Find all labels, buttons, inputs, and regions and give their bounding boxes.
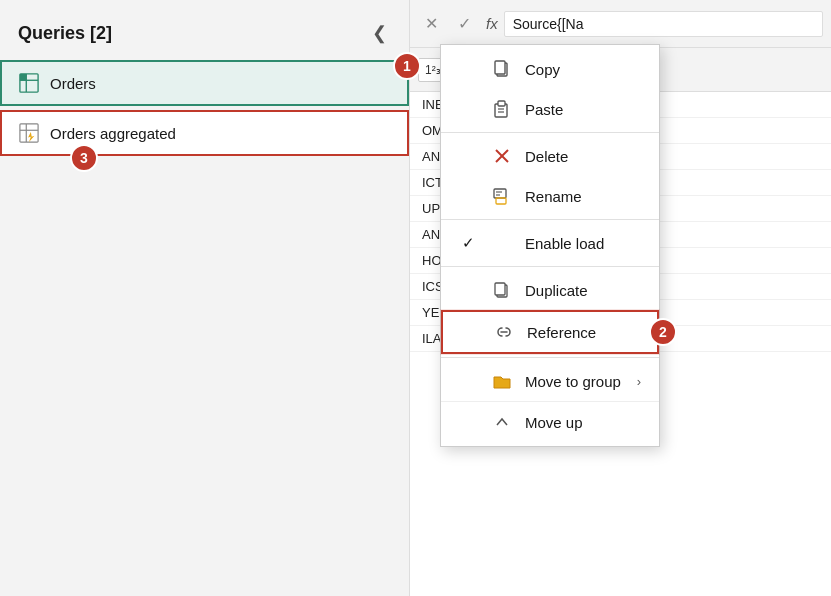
paste-icon	[491, 98, 513, 120]
reference-icon	[493, 321, 515, 343]
rename-icon	[491, 185, 513, 207]
paste-label: Paste	[525, 101, 641, 118]
svg-marker-7	[28, 132, 34, 142]
menu-item-move-up[interactable]: Move up	[441, 401, 659, 442]
svg-rect-16	[494, 189, 506, 198]
queries-header: Queries [2] ❮	[0, 0, 409, 60]
cancel-button[interactable]: ✕	[418, 10, 445, 37]
left-panel: Queries [2] ❮ 1 Orders	[0, 0, 410, 596]
menu-check-enable-load: ✓	[457, 234, 479, 252]
duplicate-label: Duplicate	[525, 282, 641, 299]
query-label-orders: Orders	[50, 75, 96, 92]
query-list: 1 Orders	[0, 60, 409, 156]
menu-item-delete[interactable]: Delete	[441, 136, 659, 176]
table-green-icon	[18, 72, 40, 94]
confirm-icon: ✓	[458, 14, 471, 33]
step-badge-1: 1	[393, 52, 421, 80]
copy-label: Copy	[525, 61, 641, 78]
copy-icon	[491, 58, 513, 80]
svg-rect-11	[498, 101, 505, 106]
table-lightning-icon	[18, 122, 40, 144]
menu-divider-3	[441, 266, 659, 267]
context-menu: Copy Paste	[440, 44, 660, 447]
menu-item-enable-load[interactable]: ✓ Enable load	[441, 223, 659, 263]
fx-label: fx	[486, 15, 498, 32]
query-item-orders-aggregated[interactable]: Orders aggregated	[0, 110, 409, 156]
svg-rect-4	[20, 124, 38, 142]
menu-item-move-to-group[interactable]: Move to group ›	[441, 361, 659, 401]
step-badge-3: 3	[70, 144, 98, 172]
menu-divider-4	[441, 357, 659, 358]
menu-divider-2	[441, 219, 659, 220]
cancel-icon: ✕	[425, 14, 438, 33]
col-123-icon: 1²₃	[425, 63, 441, 77]
reference-label: Reference	[527, 324, 639, 341]
query-item-orders[interactable]: 1 Orders	[0, 60, 409, 106]
rename-label: Rename	[525, 188, 641, 205]
menu-item-copy[interactable]: Copy	[441, 49, 659, 89]
svg-rect-21	[495, 283, 505, 295]
menu-item-duplicate[interactable]: Duplicate	[441, 270, 659, 310]
formula-bar: ✕ ✓ fx	[410, 0, 831, 48]
query-label-orders-aggregated: Orders aggregated	[50, 125, 176, 142]
menu-item-reference[interactable]: Reference 2	[441, 310, 659, 354]
svg-rect-17	[496, 198, 506, 204]
svg-rect-3	[20, 74, 26, 80]
move-up-icon	[491, 411, 513, 433]
menu-item-rename[interactable]: Rename	[441, 176, 659, 216]
collapse-button[interactable]: ❮	[364, 18, 395, 48]
formula-input[interactable]	[504, 11, 823, 37]
confirm-button[interactable]: ✓	[451, 10, 478, 37]
duplicate-icon	[491, 279, 513, 301]
delete-icon	[491, 145, 513, 167]
folder-icon	[491, 370, 513, 392]
queries-title: Queries [2]	[18, 23, 112, 44]
delete-label: Delete	[525, 148, 641, 165]
enable-load-label: Enable load	[525, 235, 641, 252]
svg-rect-9	[495, 61, 505, 74]
move-up-label: Move up	[525, 414, 641, 431]
enable-load-icon	[491, 232, 513, 254]
menu-divider-1	[441, 132, 659, 133]
submenu-arrow-icon: ›	[637, 374, 641, 389]
menu-item-paste[interactable]: Paste	[441, 89, 659, 129]
step-badge-2: 2	[649, 318, 677, 346]
right-panel: ✕ ✓ fx 1²₃ 🔑 OrderID ▼ ABC INET OMS ANA …	[410, 0, 831, 596]
move-to-group-label: Move to group	[525, 373, 625, 390]
